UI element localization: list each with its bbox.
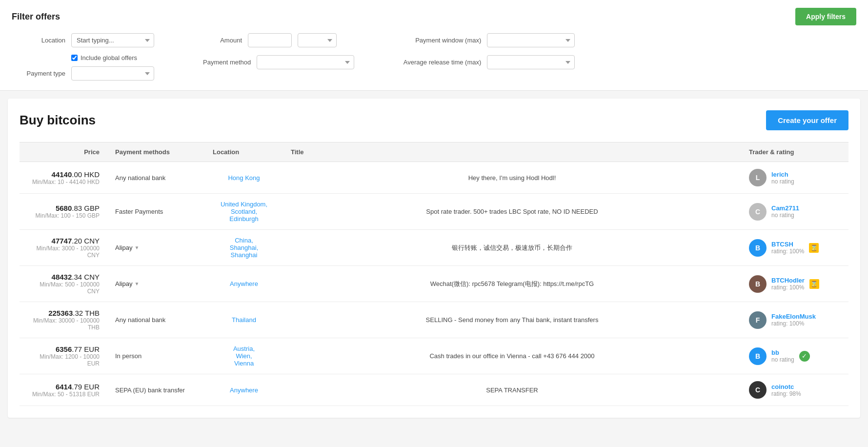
trader-details: FakeElonMusk rating: 100% [771, 313, 816, 327]
trader-rating: no rating [771, 212, 799, 219]
amount-group: Amount Payment method [203, 33, 354, 69]
location-link[interactable]: Austria,Wien,Vienna [233, 345, 255, 367]
location-cell[interactable]: Thailand [205, 302, 283, 338]
offers-tbody: 44140.00 HKD Min/Max: 10 - 44140 HKD Any… [20, 162, 848, 406]
table-row[interactable]: 6356.77 EUR Min/Max: 1200 - 10000 EUR In… [20, 338, 848, 374]
price-cell: 48432.34 CNY Min/Max: 500 - 100000 CNY [20, 266, 107, 302]
avatar: B [749, 239, 767, 257]
table-row[interactable]: 47747.20 CNY Min/Max: 3000 - 100000 CNY … [20, 230, 848, 266]
location-cell[interactable]: Anywhere [205, 374, 283, 406]
payment-method-cell[interactable]: Alipay ▼ [107, 230, 205, 266]
location-select[interactable]: Start typing... [71, 33, 154, 47]
location-cell[interactable]: Hong Kong [205, 162, 283, 194]
table-row[interactable]: 5680.83 GBP Min/Max: 100 - 150 GBP Faste… [20, 194, 848, 230]
price-value: 47747.20 CNY [27, 237, 100, 245]
price-cell: 6356.77 EUR Min/Max: 1200 - 10000 EUR [20, 338, 107, 374]
offer-title: Wechat(微信): rpc5678 Telegram(电报): https:… [430, 280, 594, 287]
title-cell: Hey there, I'm using Hodl Hodl! [283, 162, 741, 194]
trader-info: B bb no rating ✓ [749, 347, 841, 365]
page-title: Buy bitcoins [20, 113, 96, 128]
location-cell[interactable]: United Kingdom,Scotland,Edinburgh [205, 194, 283, 230]
location-link[interactable]: China,Shanghai,Shanghai [230, 237, 259, 259]
trader-cell: L lerich no rating [741, 162, 848, 194]
payment-method-select[interactable] [257, 55, 354, 69]
location-link[interactable]: Hong Kong [228, 174, 260, 182]
trader-details: lerich no rating [771, 171, 794, 185]
payment-method-cell: Faster Payments [107, 194, 205, 230]
payment-method-cell: In person [107, 338, 205, 374]
title-cell: 银行转账，诚信交易，极速放币，长期合作 [283, 230, 741, 266]
price-cell: 6414.79 EUR Min/Max: 50 - 51318 EUR [20, 374, 107, 406]
offers-table: Price Payment methods Location Title Tra… [20, 142, 848, 406]
price-minmax: Min/Max: 1200 - 10000 EUR [27, 353, 100, 367]
trader-name[interactable]: coinotc [771, 383, 801, 390]
price-value: 48432.34 CNY [27, 273, 100, 281]
avatar: L [749, 169, 767, 186]
location-cell[interactable]: China,Shanghai,Shanghai [205, 230, 283, 266]
price-value: 6414.79 EUR [27, 383, 100, 391]
offer-title: Hey there, I'm using Hodl Hodl! [468, 174, 556, 182]
location-link[interactable]: Thailand [232, 316, 256, 324]
payment-method-row: Payment method [203, 55, 354, 69]
price-minmax: Min/Max: 30000 - 100000 THB [27, 317, 100, 331]
title-cell: SEPA TRANSFER [283, 374, 741, 406]
trader-info: B BTCHodler rating: 100% ⌛ [749, 275, 841, 293]
avg-release-select[interactable] [487, 55, 575, 69]
amount-row: Amount [203, 33, 354, 47]
trader-info: B BTCSH rating: 100% ⌛ [749, 239, 841, 257]
amount-currency-select[interactable] [298, 33, 337, 47]
trader-cell: C coinotc rating: 98% [741, 374, 848, 406]
trader-name[interactable]: Cam2711 [771, 204, 799, 212]
trader-name[interactable]: FakeElonMusk [771, 313, 816, 320]
trader-rating: rating: 100% [771, 320, 816, 327]
trader-name[interactable]: BTCHodler [771, 277, 805, 284]
price-value: 5680.83 GBP [27, 204, 100, 212]
payment-window-select[interactable] [487, 33, 575, 47]
location-link[interactable]: United Kingdom,Scotland,Edinburgh [221, 201, 267, 223]
payment-method-cell: Any national bank [107, 162, 205, 194]
payment-method-label: Payment method [203, 59, 251, 66]
location-cell[interactable]: Austria,Wien,Vienna [205, 338, 283, 374]
trader-rating: rating: 100% [771, 248, 804, 255]
table-row[interactable]: 225363.32 THB Min/Max: 30000 - 100000 TH… [20, 302, 848, 338]
trader-details: BTCHodler rating: 100% [771, 277, 805, 291]
trader-cell: F FakeElonMusk rating: 100% [741, 302, 848, 338]
apply-filters-button[interactable]: Apply filters [795, 8, 856, 25]
amount-input[interactable] [248, 33, 292, 47]
payment-type-select[interactable] [71, 66, 154, 81]
location-group: Location Start typing... Include global … [21, 33, 154, 81]
header-title: Title [283, 142, 741, 162]
payment-method-text: SEPA (EU) bank transfer [115, 386, 185, 394]
location-link[interactable]: Anywhere [230, 280, 258, 287]
payment-method-cell[interactable]: Alipay ▼ [107, 266, 205, 302]
table-row[interactable]: 48432.34 CNY Min/Max: 500 - 100000 CNY A… [20, 266, 848, 302]
include-global-label: Include global offers [81, 54, 137, 61]
avg-release-label: Average release time (max) [403, 59, 481, 66]
title-cell: Spot rate trader. 500+ trades LBC Spot r… [283, 194, 741, 230]
trader-details: bb no rating [771, 349, 794, 363]
payment-type-row: Payment type [21, 66, 154, 81]
trader-name[interactable]: lerich [771, 171, 794, 178]
trader-details: Cam2711 no rating [771, 204, 799, 219]
avatar: B [749, 275, 767, 293]
filter-title: Filter offers [12, 12, 60, 22]
table-row[interactable]: 44140.00 HKD Min/Max: 10 - 44140 HKD Any… [20, 162, 848, 194]
trader-info: L lerich no rating [749, 169, 841, 186]
trader-rating: rating: 100% [771, 284, 805, 291]
amount-label: Amount [203, 37, 242, 44]
table-row[interactable]: 6414.79 EUR Min/Max: 50 - 51318 EUR SEPA… [20, 374, 848, 406]
create-offer-button[interactable]: Create your offer [766, 110, 848, 130]
location-link[interactable]: Anywhere [230, 386, 258, 394]
avatar: B [749, 347, 767, 365]
trader-name[interactable]: bb [771, 349, 794, 356]
offer-title: Cash trades in our office in Vienna - ca… [429, 352, 594, 360]
location-cell[interactable]: Anywhere [205, 266, 283, 302]
payment-method-tag[interactable]: Alipay ▼ [115, 280, 139, 287]
price-minmax: Min/Max: 100 - 150 GBP [27, 212, 100, 219]
payment-window-row: Payment window (max) [403, 33, 575, 47]
payment-method-tag[interactable]: Alipay ▼ [115, 244, 139, 251]
include-global-checkbox[interactable] [71, 55, 78, 61]
price-value: 6356.77 EUR [27, 345, 100, 353]
trader-name[interactable]: BTCSH [771, 241, 804, 248]
trader-info: C Cam2711 no rating [749, 203, 841, 221]
